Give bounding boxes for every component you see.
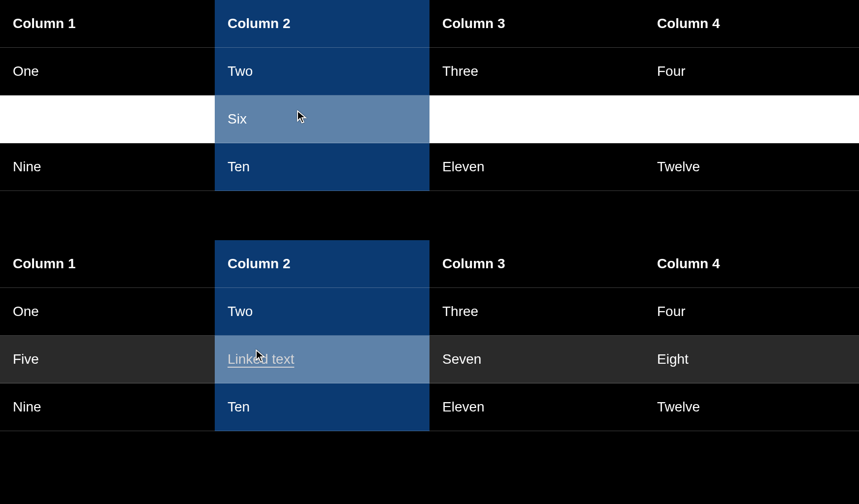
table-cell: Ten <box>215 383 430 431</box>
table-cell <box>0 95 215 143</box>
table-cell: One <box>0 48 215 95</box>
table-cell <box>644 95 859 143</box>
table-row-hover[interactable]: Five Linked text Seven Eight <box>0 336 859 383</box>
column-header-3[interactable]: Column 3 <box>430 240 644 288</box>
column-header-1[interactable]: Column 1 <box>0 240 215 288</box>
column-header-4[interactable]: Column 4 <box>644 0 859 48</box>
table-row-selected[interactable]: Six <box>0 95 859 143</box>
table-row[interactable]: One Two Three Four <box>0 48 859 95</box>
table-cell: Eight <box>644 336 859 383</box>
table-spacer <box>0 191 859 240</box>
column-header-1[interactable]: Column 1 <box>0 0 215 48</box>
column-header-2[interactable]: Column 2 <box>215 0 430 48</box>
linked-text[interactable]: Linked text <box>228 351 294 367</box>
table-cell: Three <box>430 48 644 95</box>
table-cell: Five <box>0 336 215 383</box>
table-2: Column 1 Column 2 Column 3 Column 4 One … <box>0 240 859 431</box>
table-header-row: Column 1 Column 2 Column 3 Column 4 <box>0 0 859 48</box>
table-row[interactable]: Nine Ten Eleven Twelve <box>0 383 859 431</box>
table-cell: Nine <box>0 383 215 431</box>
column-header-2[interactable]: Column 2 <box>215 240 430 288</box>
table-cell: Eleven <box>430 143 644 191</box>
table-cell: Twelve <box>644 383 859 431</box>
table-cell: Four <box>644 288 859 336</box>
table-row[interactable]: One Two Three Four <box>0 288 859 336</box>
table-row[interactable]: Nine Ten Eleven Twelve <box>0 143 859 191</box>
table-cell: Eleven <box>430 383 644 431</box>
column-header-4[interactable]: Column 4 <box>644 240 859 288</box>
table-cell: Twelve <box>644 143 859 191</box>
table-cell: Four <box>644 48 859 95</box>
table-cell: Two <box>215 288 430 336</box>
cell-text: Six <box>228 111 247 126</box>
table-cell: Two <box>215 48 430 95</box>
table-cell: Three <box>430 288 644 336</box>
table-cell: Linked text <box>215 336 430 383</box>
column-header-3[interactable]: Column 3 <box>430 0 644 48</box>
table-cell <box>430 95 644 143</box>
table-cell: Ten <box>215 143 430 191</box>
table-cell: Nine <box>0 143 215 191</box>
mouse-cursor-icon <box>297 110 307 127</box>
table-cell: One <box>0 288 215 336</box>
table-1: Column 1 Column 2 Column 3 Column 4 One … <box>0 0 859 191</box>
table-header-row: Column 1 Column 2 Column 3 Column 4 <box>0 240 859 288</box>
table-cell: Six <box>215 95 430 143</box>
table-cell: Seven <box>430 336 644 383</box>
